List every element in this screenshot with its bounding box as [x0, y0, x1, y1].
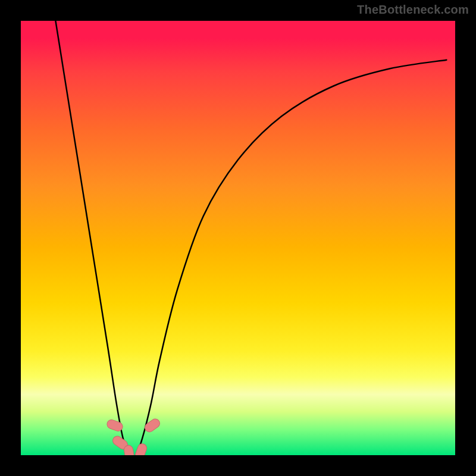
plot-area	[21, 21, 455, 455]
bottleneck-curve	[21, 21, 455, 455]
chart-frame: TheBottleneck.com	[0, 0, 476, 476]
watermark-text: TheBottleneck.com	[357, 4, 469, 15]
